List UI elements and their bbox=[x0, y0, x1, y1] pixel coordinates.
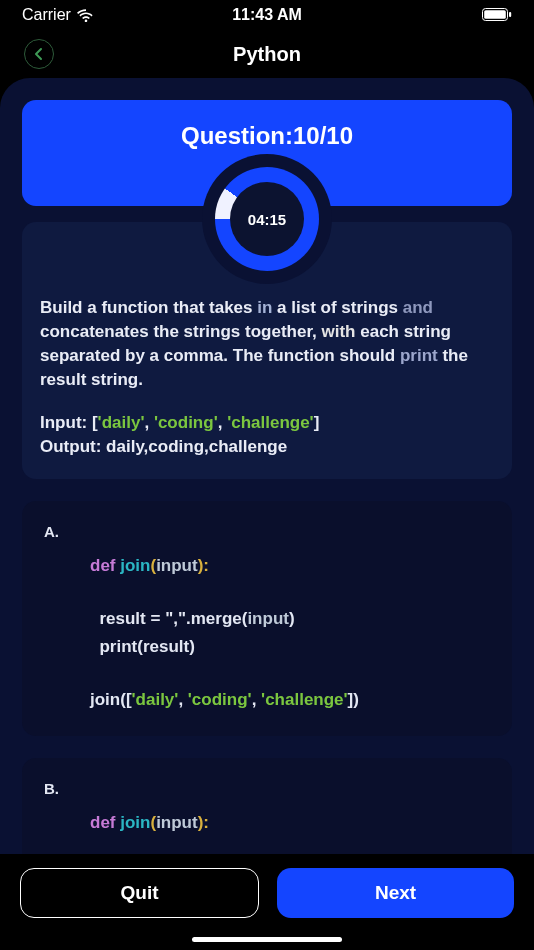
quit-button[interactable]: Quit bbox=[20, 868, 259, 918]
timer-shell: 04:15 bbox=[202, 154, 332, 284]
code-block: def join(input): result = ",".merge(inpu… bbox=[44, 552, 490, 714]
arg: input bbox=[156, 813, 198, 832]
code-str: 'challenge' bbox=[261, 690, 348, 709]
fn-name: join bbox=[120, 556, 150, 575]
bottom-bar: Quit Next bbox=[0, 854, 534, 950]
page-title: Python bbox=[233, 43, 301, 66]
question-label: Question: bbox=[181, 122, 293, 150]
wifi-icon bbox=[77, 9, 95, 22]
output-value: daily,coding,challenge bbox=[106, 437, 287, 456]
output-label: Output: bbox=[40, 437, 106, 456]
prompt-keyword-in: in bbox=[257, 298, 272, 317]
answer-label: A. bbox=[44, 523, 490, 540]
scroll-area[interactable]: Question:10/10 04:15 Build a function th… bbox=[0, 78, 534, 854]
arg: input bbox=[247, 609, 289, 628]
carrier-label: Carrier bbox=[22, 6, 71, 24]
prompt-keyword-with: with bbox=[322, 322, 356, 341]
code-text: result = bbox=[90, 609, 165, 628]
home-indicator bbox=[192, 937, 342, 942]
clock: 11:43 AM bbox=[232, 6, 302, 24]
timer-container: 04:15 bbox=[22, 154, 512, 284]
prompt-keyword-and: and bbox=[403, 298, 433, 317]
status-bar: Carrier 11:43 AM bbox=[0, 0, 534, 30]
input-str: 'coding' bbox=[154, 413, 218, 432]
prompt-text: concatenates the strings together, bbox=[40, 322, 322, 341]
code-text: , bbox=[252, 690, 261, 709]
prompt-keyword-print: print bbox=[400, 346, 438, 365]
arg: input bbox=[156, 556, 198, 575]
kw-def: def bbox=[90, 813, 120, 832]
prompt-text: Build a function that takes bbox=[40, 298, 257, 317]
io-block: Input: ['daily', 'coding', 'challenge'] … bbox=[40, 411, 494, 459]
paren: ): bbox=[198, 813, 209, 832]
timer-ring: 04:15 bbox=[215, 167, 319, 271]
input-str: 'challenge' bbox=[227, 413, 314, 432]
question-prompt: Build a function that takes in a list of… bbox=[40, 296, 494, 393]
code-text: ]) bbox=[348, 690, 359, 709]
content-stage: Question:10/10 04:15 Build a function th… bbox=[0, 78, 534, 854]
paren: ): bbox=[198, 556, 209, 575]
code-text: , bbox=[178, 690, 187, 709]
input-str: 'daily' bbox=[98, 413, 145, 432]
input-close: ] bbox=[314, 413, 320, 432]
input-line: Input: ['daily', 'coding', 'challenge'] bbox=[40, 411, 494, 435]
input-sep: , bbox=[144, 413, 153, 432]
answer-option-a[interactable]: A. def join(input): result = ",".merge(i… bbox=[22, 501, 512, 736]
code-block: def join(input): result = ",".join(input… bbox=[44, 809, 490, 854]
svg-rect-2 bbox=[509, 12, 511, 17]
code-text: "," bbox=[165, 609, 186, 628]
input-sep: , bbox=[218, 413, 227, 432]
code-str: 'coding' bbox=[188, 690, 252, 709]
answer-label: B. bbox=[44, 780, 490, 797]
input-label: Input: [ bbox=[40, 413, 98, 432]
code-text: join([ bbox=[90, 690, 132, 709]
code-text: ) bbox=[289, 609, 295, 628]
output-line: Output: daily,coding,challenge bbox=[40, 435, 494, 459]
answer-option-b[interactable]: B. def join(input): result = ",".join(in… bbox=[22, 758, 512, 854]
fn-name: join bbox=[120, 813, 150, 832]
question-counter: 10/10 bbox=[293, 122, 353, 150]
status-left: Carrier bbox=[22, 6, 95, 24]
code-str: 'daily' bbox=[132, 690, 179, 709]
arrow-left-icon bbox=[32, 47, 46, 61]
kw-def: def bbox=[90, 556, 120, 575]
back-button[interactable] bbox=[24, 39, 54, 69]
code-text: print(result) bbox=[90, 637, 195, 656]
next-button[interactable]: Next bbox=[277, 868, 514, 918]
svg-rect-1 bbox=[484, 10, 506, 19]
prompt-text: a list of strings bbox=[272, 298, 402, 317]
battery-icon bbox=[482, 8, 512, 22]
nav-bar: Python bbox=[0, 30, 534, 78]
timer-value: 04:15 bbox=[230, 182, 304, 256]
code-text: .merge( bbox=[186, 609, 247, 628]
